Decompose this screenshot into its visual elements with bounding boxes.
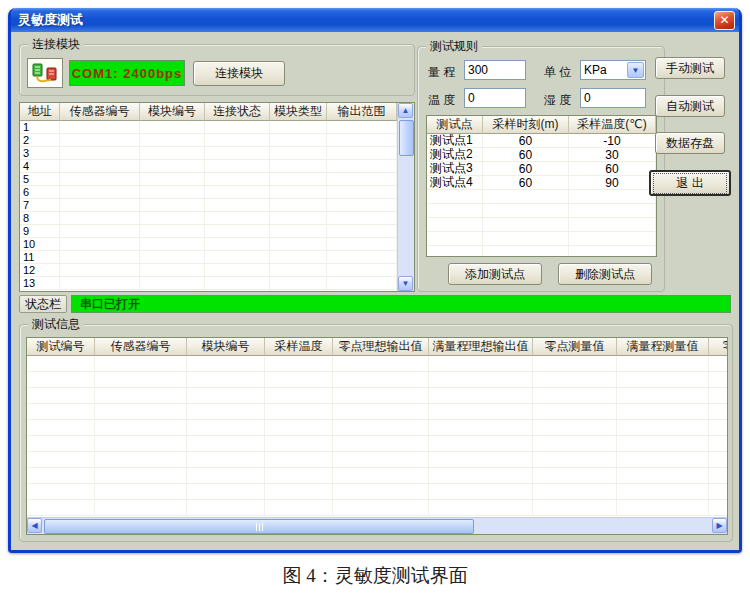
table-row[interactable] <box>27 356 727 372</box>
table-cell <box>140 186 205 199</box>
table-cell <box>27 484 95 500</box>
table-row[interactable]: 11 <box>20 251 414 264</box>
table-cell <box>60 134 140 147</box>
add-test-point-button[interactable]: 添加测试点 <box>448 263 542 285</box>
table-cell <box>617 436 709 452</box>
connect-module-button[interactable]: 连接模块 <box>193 61 285 86</box>
table-row[interactable] <box>27 468 727 484</box>
table-row[interactable] <box>427 232 656 246</box>
exit-button[interactable]: 退 出 <box>649 170 731 196</box>
column-header[interactable]: 传感器编号 <box>95 338 187 356</box>
column-header[interactable]: 地址 <box>20 103 60 121</box>
table-row[interactable]: 14 <box>20 290 414 292</box>
table-cell <box>140 160 205 173</box>
column-header[interactable]: 模块编号 <box>140 103 205 121</box>
save-data-button[interactable]: 数据存盘 <box>655 132 725 154</box>
hscrollbar-thumb[interactable] <box>44 519 474 534</box>
table-cell <box>205 160 270 173</box>
table-cell <box>205 121 270 134</box>
table-cell <box>265 484 333 500</box>
test-rules-group-label: 测试规则 <box>426 39 482 53</box>
column-header[interactable]: 零点理想输出值 <box>333 338 429 356</box>
manual-test-button[interactable]: 手动测试 <box>655 57 725 79</box>
table-cell <box>265 468 333 484</box>
column-header[interactable]: 采样温度(℃) <box>569 116 656 134</box>
table-row[interactable] <box>27 372 727 388</box>
table-row[interactable]: 测试点160-10 <box>427 134 656 148</box>
table-row[interactable] <box>427 204 656 218</box>
table-row[interactable]: 5 <box>20 173 414 186</box>
table-row[interactable] <box>427 246 656 257</box>
column-header[interactable]: 满量程理想输出值 <box>429 338 533 356</box>
table-cell <box>140 212 205 225</box>
chevron-down-icon[interactable]: ▼ <box>627 62 644 78</box>
column-header[interactable]: 满量程测量值 <box>617 338 709 356</box>
close-icon[interactable]: ✕ <box>714 11 735 30</box>
table-row[interactable] <box>27 388 727 404</box>
table-cell <box>95 356 187 372</box>
auto-test-button[interactable]: 自动测试 <box>655 95 725 117</box>
scroll-down-icon[interactable]: ▼ <box>398 276 413 291</box>
table-cell <box>187 452 265 468</box>
temperature-input[interactable] <box>464 88 526 108</box>
table-row[interactable]: 3 <box>20 147 414 160</box>
humidity-input[interactable] <box>580 88 646 108</box>
table-row[interactable]: 测试点46090 <box>427 176 656 190</box>
column-header[interactable]: 零点测量值 <box>533 338 617 356</box>
table-cell <box>569 232 656 246</box>
table-row[interactable]: 4 <box>20 160 414 173</box>
column-header[interactable]: 模块编号 <box>187 338 265 356</box>
table-cell <box>60 264 140 277</box>
table-row[interactable] <box>427 190 656 204</box>
table-cell <box>333 420 429 436</box>
scrollbar-thumb[interactable] <box>399 120 414 156</box>
table-cell <box>95 468 187 484</box>
temperature-label: 温 度 <box>428 92 455 109</box>
table-row[interactable] <box>27 484 727 500</box>
test-info-hscrollbar[interactable]: ◀ ▶ <box>27 517 727 534</box>
column-header[interactable]: 测试点 <box>427 116 483 134</box>
scroll-right-icon[interactable]: ▶ <box>712 518 727 533</box>
table-cell <box>709 372 728 388</box>
column-header[interactable]: 采样时刻(m) <box>483 116 569 134</box>
column-header[interactable]: 测试编号 <box>27 338 95 356</box>
table-row[interactable] <box>27 452 727 468</box>
table-row[interactable]: 10 <box>20 238 414 251</box>
scroll-left-icon[interactable]: ◀ <box>27 518 42 533</box>
table-row[interactable] <box>27 436 727 452</box>
column-header[interactable]: 采样温度 <box>265 338 333 356</box>
table-cell: 1 <box>20 121 60 134</box>
scroll-up-icon[interactable]: ▲ <box>398 103 413 118</box>
table-cell <box>427 232 483 246</box>
range-input[interactable] <box>464 60 526 80</box>
column-header[interactable]: 传感器编号 <box>60 103 140 121</box>
table-cell <box>95 500 187 516</box>
table-row[interactable]: 2 <box>20 134 414 147</box>
table-row[interactable] <box>427 218 656 232</box>
delete-test-point-button[interactable]: 删除测试点 <box>558 263 652 285</box>
table-cell <box>333 468 429 484</box>
table-row[interactable]: 12 <box>20 264 414 277</box>
column-header[interactable]: 模块类型 <box>270 103 327 121</box>
table-cell <box>205 173 270 186</box>
sensitivity-test-window: 灵敏度测试 ✕ 连接模块 COM1: 2400bps <box>8 8 742 553</box>
table-cell <box>60 186 140 199</box>
table-row[interactable]: 9 <box>20 225 414 238</box>
table-row[interactable]: 13 <box>20 277 414 290</box>
unit-select[interactable]: KPa ▼ <box>580 60 646 80</box>
table-row[interactable]: 7 <box>20 199 414 212</box>
module-table-vscrollbar[interactable]: ▲ ▼ <box>397 103 414 291</box>
table-row[interactable]: 1 <box>20 121 414 134</box>
table-row[interactable]: 测试点26030 <box>427 148 656 162</box>
column-header[interactable]: 输出范围 <box>327 103 397 121</box>
table-row[interactable] <box>27 404 727 420</box>
column-header[interactable]: 零 <box>709 338 728 356</box>
table-row[interactable] <box>27 500 727 516</box>
column-header[interactable]: 连接状态 <box>205 103 270 121</box>
table-row[interactable]: 测试点36060 <box>427 162 656 176</box>
table-row[interactable] <box>27 420 727 436</box>
table-row[interactable]: 6 <box>20 186 414 199</box>
table-cell <box>265 436 333 452</box>
title-bar[interactable]: 灵敏度测试 ✕ <box>11 8 739 32</box>
table-row[interactable]: 8 <box>20 212 414 225</box>
